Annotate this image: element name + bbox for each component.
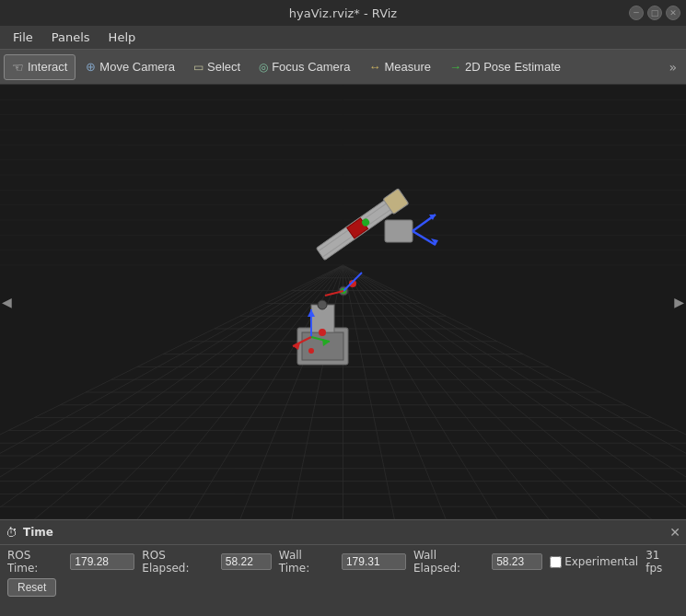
robot-visualization: [242, 180, 445, 383]
experimental-checkbox-label[interactable]: Experimental: [550, 555, 638, 568]
experimental-checkbox[interactable]: [550, 556, 562, 568]
pose-estimate-icon: →: [449, 60, 461, 74]
interact-tool-label: Interact: [28, 60, 67, 74]
focus-camera-tool-button[interactable]: ◎ Focus Camera: [250, 54, 358, 80]
wall-time-input[interactable]: [342, 553, 406, 570]
svg-line-26: [343, 273, 362, 291]
time-panel-title: Time: [23, 526, 53, 539]
svg-line-15: [413, 231, 436, 245]
pose-estimate-tool-label: 2D Pose Estimate: [465, 60, 561, 74]
hand-icon: [12, 60, 24, 75]
select-tool-label: Select: [207, 60, 240, 74]
measure-tool-button[interactable]: ↔ Measure: [360, 54, 439, 80]
close-time-panel-button[interactable]: ✕: [669, 525, 680, 540]
bottom-bar: ROS Time: ROS Elapsed: Wall Time: Wall E…: [0, 545, 686, 600]
maximize-button[interactable]: □: [647, 6, 662, 20]
robot-svg: [242, 180, 445, 383]
window-title: hyaViz.rviz* - RViz: [289, 6, 397, 20]
minimize-button[interactable]: ─: [629, 6, 644, 20]
pose-estimate-tool-button[interactable]: → 2D Pose Estimate: [441, 54, 569, 80]
reset-button[interactable]: Reset: [7, 578, 56, 597]
menu-help[interactable]: Help: [99, 29, 145, 46]
move-camera-icon: ⊕: [86, 60, 96, 74]
right-arrow[interactable]: ▶: [674, 295, 684, 309]
experimental-label: Experimental: [564, 555, 638, 568]
menubar: File Panels Help: [0, 26, 686, 50]
interact-tool-button[interactable]: Interact: [4, 54, 76, 80]
select-tool-button[interactable]: ▭ Select: [185, 54, 249, 80]
svg-point-3: [318, 300, 327, 309]
svg-point-4: [319, 329, 326, 336]
measure-tool-label: Measure: [384, 60, 431, 74]
clock-icon: [6, 525, 17, 540]
menu-file[interactable]: File: [4, 29, 42, 46]
status-bar: Time ✕: [0, 519, 686, 545]
reset-row: Reset: [7, 578, 679, 597]
close-button[interactable]: ✕: [666, 6, 680, 20]
toolbar: Interact ⊕ Move Camera ▭ Select ◎ Focus …: [0, 50, 686, 85]
3d-viewport[interactable]: ◀ ▶: [0, 85, 686, 519]
time-row: ROS Time: ROS Elapsed: Wall Time: Wall E…: [7, 549, 679, 575]
fps-display: 31 fps: [645, 549, 679, 575]
select-icon: ▭: [193, 61, 203, 74]
svg-rect-12: [385, 220, 413, 242]
titlebar: hyaViz.rviz* - RViz ─ □ ✕: [0, 0, 686, 26]
wall-time-label: Wall Time:: [279, 549, 334, 575]
svg-point-5: [308, 348, 314, 354]
move-camera-tool-label: Move Camera: [99, 60, 175, 74]
ros-time-input[interactable]: [70, 553, 134, 570]
ros-elapsed-input[interactable]: [221, 553, 272, 570]
measure-icon: ↔: [368, 60, 380, 74]
left-arrow[interactable]: ◀: [2, 295, 12, 309]
wall-elapsed-input[interactable]: [492, 553, 542, 570]
ros-elapsed-label: ROS Elapsed:: [142, 549, 213, 575]
svg-rect-1: [302, 332, 343, 360]
window-controls: ─ □ ✕: [629, 6, 680, 20]
ros-time-label: ROS Time:: [7, 549, 63, 575]
menu-panels[interactable]: Panels: [42, 29, 99, 46]
more-tools-button[interactable]: »: [663, 57, 682, 77]
move-camera-tool-button[interactable]: ⊕ Move Camera: [77, 54, 183, 80]
wall-elapsed-label: Wall Elapsed:: [413, 549, 484, 575]
focus-camera-tool-label: Focus Camera: [272, 60, 350, 74]
focus-camera-icon: ◎: [259, 61, 268, 74]
